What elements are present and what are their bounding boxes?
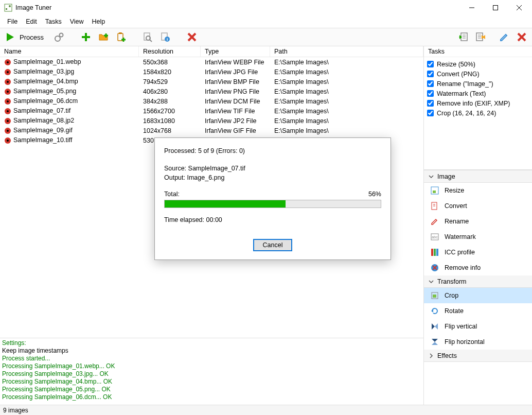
file-name: SampleImage_01.webp: [13, 58, 81, 65]
remove-button[interactable]: [185, 30, 199, 44]
status-text: 9 images: [3, 407, 28, 414]
export-tasks-button[interactable]: [473, 30, 488, 44]
task-row[interactable]: Remove info (EXIF, XMP): [427, 98, 529, 108]
file-path: E:\Sample Images\: [270, 78, 423, 85]
operation-icon: [430, 248, 439, 257]
add-folder-button[interactable]: [96, 30, 111, 44]
svg-rect-4: [493, 5, 498, 10]
task-checkbox[interactable]: [427, 71, 434, 77]
operation-resize[interactable]: Resize: [424, 183, 532, 198]
task-label: Remove info (EXIF, XMP): [437, 100, 510, 107]
operation-label: Resize: [445, 187, 464, 194]
file-resolution: 1683x1080: [139, 117, 201, 125]
col-name[interactable]: Name: [0, 46, 139, 57]
section-image[interactable]: Image: [424, 170, 532, 183]
svg-rect-69: [433, 295, 436, 298]
file-type: IrfanView JPG File: [201, 68, 270, 76]
table-header: Name Resolution Type Path: [0, 46, 423, 57]
operation-flip-horizontal[interactable]: Flip horizontal: [424, 334, 532, 350]
section-effects[interactable]: Effects: [424, 350, 532, 362]
table-row[interactable]: SampleImage_01.webp550x368IrfanView WEBP…: [0, 57, 423, 67]
col-type[interactable]: Type: [201, 46, 270, 57]
table-row[interactable]: SampleImage_03.jpg1584x820IrfanView JPG …: [0, 67, 423, 77]
menu-file[interactable]: File: [3, 16, 22, 27]
cancel-button[interactable]: Cancel: [253, 239, 292, 251]
svg-point-56: [7, 140, 9, 142]
operation-watermark[interactable]: abcWatermark: [424, 229, 532, 245]
table-row[interactable]: SampleImage_08.jp21683x1080IrfanView JP2…: [0, 116, 423, 126]
progress-output: Output: Image_6.png: [164, 174, 381, 181]
operation-icon: [430, 291, 439, 300]
operation-icon: [430, 217, 439, 226]
svg-line-20: [150, 40, 152, 42]
section-transform[interactable]: Transform: [424, 275, 532, 288]
menu-edit[interactable]: Edit: [22, 16, 41, 27]
svg-point-46: [7, 91, 9, 93]
operation-label: Watermark: [445, 233, 476, 240]
file-resolution: 384x288: [139, 98, 201, 105]
log-line: Processing SampleImage_05.png... OK: [2, 386, 421, 393]
add-button[interactable]: [79, 30, 93, 44]
task-row[interactable]: Rename ("Image_"): [427, 79, 529, 89]
log-pane[interactable]: Settings: Keep image timestampsProcess s…: [0, 338, 423, 405]
process-button[interactable]: Process: [3, 30, 49, 44]
minimize-button[interactable]: [460, 0, 484, 15]
operation-icc-profile[interactable]: ICC profile: [424, 245, 532, 260]
task-row[interactable]: Convert (PNG): [427, 69, 529, 79]
import-tasks-button[interactable]: [456, 30, 470, 44]
paste-button[interactable]: [114, 30, 128, 44]
delete-task-button[interactable]: [515, 30, 529, 44]
file-type: IrfanView TIF File: [201, 108, 270, 115]
file-path: E:\Sample Images\: [270, 117, 423, 125]
task-checkbox[interactable]: [427, 80, 434, 87]
operation-rename[interactable]: Rename: [424, 214, 532, 229]
settings-button[interactable]: [52, 30, 66, 44]
info-button[interactable]: i: [158, 30, 172, 44]
operation-flip-vertical[interactable]: Flip vertical: [424, 319, 532, 334]
table-row[interactable]: SampleImage_04.bmp794x529IrfanView BMP F…: [0, 77, 423, 87]
table-row[interactable]: SampleImage_07.tif1566x2700IrfanView TIF…: [0, 106, 423, 116]
close-button[interactable]: [507, 0, 531, 15]
operation-convert[interactable]: Convert: [424, 198, 532, 214]
svg-point-42: [7, 71, 9, 73]
col-path[interactable]: Path: [270, 46, 423, 57]
menu-view[interactable]: View: [66, 16, 88, 27]
menu-bar: File Edit Tasks View Help: [0, 15, 532, 28]
file-name: SampleImage_05.png: [13, 88, 76, 95]
task-row[interactable]: Watermark (Text): [427, 89, 529, 98]
task-row[interactable]: Resize (50%): [427, 59, 529, 69]
menu-help[interactable]: Help: [88, 16, 110, 27]
progress-percent: 56%: [368, 191, 381, 198]
task-row[interactable]: Crop (16, 24, 16, 24): [427, 108, 529, 118]
preview-button[interactable]: [140, 30, 155, 44]
edit-task-button[interactable]: [497, 30, 511, 44]
svg-point-52: [7, 120, 9, 122]
file-name: SampleImage_08.jp2: [13, 117, 74, 124]
svg-rect-62: [431, 249, 433, 256]
menu-tasks[interactable]: Tasks: [41, 16, 66, 27]
operation-crop[interactable]: Crop: [424, 288, 532, 303]
toolbar: Process i: [0, 28, 532, 46]
file-name: SampleImage_10.tiff: [13, 136, 72, 144]
log-line: Keep image timestamps: [2, 347, 421, 355]
task-checkbox[interactable]: [427, 110, 434, 116]
log-line: Process started...: [2, 355, 421, 362]
col-resolution[interactable]: Resolution: [139, 46, 201, 57]
operation-remove-info[interactable]: Remove info: [424, 260, 532, 275]
progress-source: Source: SampleImage_07.tif: [164, 165, 381, 172]
maximize-button[interactable]: [484, 0, 507, 15]
operation-icon: [430, 186, 439, 195]
task-checkbox[interactable]: [427, 100, 434, 107]
operation-label: Crop: [445, 292, 458, 299]
task-checkbox[interactable]: [427, 61, 434, 67]
svg-point-2: [9, 5, 11, 7]
operation-rotate[interactable]: Rotate: [424, 303, 532, 319]
task-checkbox[interactable]: [427, 90, 434, 97]
table-row[interactable]: SampleImage_05.png406x280IrfanView PNG F…: [0, 87, 423, 96]
task-label: Resize (50%): [437, 61, 475, 68]
table-row[interactable]: SampleImage_06.dcm384x288IrfanView DCM F…: [0, 96, 423, 106]
file-path: E:\Sample Images\: [270, 127, 423, 134]
svg-point-44: [7, 81, 9, 83]
table-row[interactable]: SampleImage_09.gif1024x768IrfanView GIF …: [0, 126, 423, 135]
svg-marker-73: [432, 339, 438, 342]
